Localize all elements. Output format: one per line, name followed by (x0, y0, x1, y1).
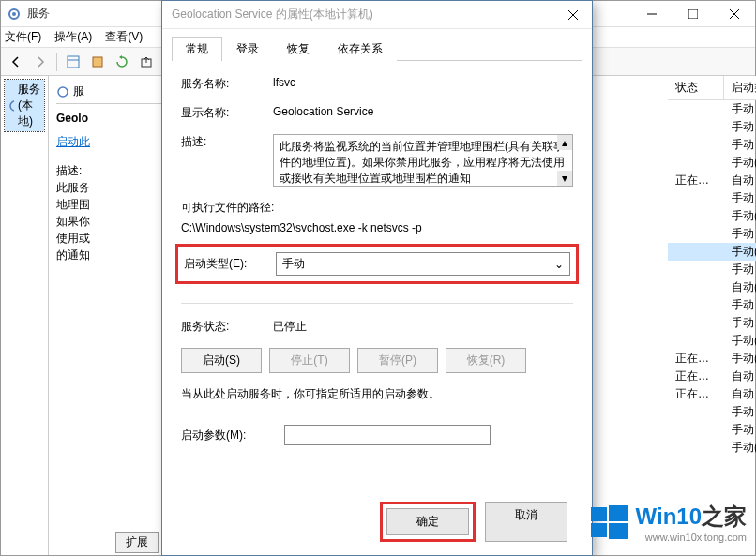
list-item[interactable]: 自动(延迟… (668, 278, 756, 296)
cell-startup: 手动 (724, 403, 756, 421)
maximize-button[interactable] (673, 1, 714, 27)
cancel-button[interactable]: 取消 (485, 502, 567, 542)
watermark-main: Win10 (636, 503, 702, 529)
cell-status (668, 403, 724, 421)
dialog-close-button[interactable] (554, 1, 592, 29)
cell-startup: 自动 (724, 385, 756, 403)
tree-root-label: 服务(本地) (18, 82, 40, 129)
minimize-button[interactable] (631, 1, 673, 27)
forward-button[interactable] (29, 51, 52, 73)
gear-icon (8, 99, 14, 113)
bottom-tab-extended[interactable]: 扩展 (115, 532, 159, 553)
list-item[interactable]: 正在…手动(触发… (668, 350, 756, 368)
menu-view[interactable]: 查看(V) (105, 29, 143, 45)
cell-status: 正在… (668, 385, 724, 403)
cell-status (668, 100, 724, 118)
tab-dependencies[interactable]: 依存关系 (324, 37, 397, 61)
refresh-icon[interactable] (111, 51, 133, 73)
svg-rect-8 (93, 57, 102, 67)
ok-button[interactable]: 确定 (386, 508, 469, 535)
resume-button: 恢复(R) (446, 348, 526, 373)
close-button[interactable] (714, 1, 755, 27)
list-item[interactable]: 手动 (668, 118, 756, 136)
svg-point-12 (10, 101, 14, 111)
svg-rect-19 (609, 523, 628, 539)
start-params-input[interactable] (284, 425, 491, 445)
cell-status (668, 296, 724, 314)
list-item[interactable]: 手动(触发… (668, 154, 756, 172)
cell-startup: 自动 (724, 172, 756, 189)
cell-startup: 手动 (724, 225, 756, 243)
chevron-down-icon: ⌄ (554, 258, 564, 271)
list-item[interactable]: 手动 (668, 100, 756, 118)
cell-startup: 手动 (724, 118, 756, 136)
column-status[interactable]: 状态 (668, 76, 724, 99)
properties-icon[interactable] (86, 51, 109, 73)
list-item[interactable]: 正在…自动 (668, 368, 756, 385)
cell-status (668, 439, 724, 457)
svg-point-13 (58, 87, 68, 97)
tree-root-item[interactable]: 服务(本地) (5, 80, 44, 131)
list-item[interactable]: 手动 (668, 314, 756, 332)
gear-icon (7, 7, 22, 22)
svg-rect-3 (688, 9, 698, 19)
services-list: 状态 启动类型 手动手动手动手动(触发…正在…自动手动手动(触发…手动手动(触发… (668, 76, 756, 555)
list-item[interactable]: 手动 (668, 421, 756, 439)
back-button[interactable] (5, 51, 27, 73)
tab-recovery[interactable]: 恢复 (273, 37, 324, 61)
service-name-label: 服务名称: (181, 76, 273, 92)
cell-status: 正在… (668, 368, 724, 385)
cell-startup: 手动(触发… (724, 154, 756, 172)
tab-logon[interactable]: 登录 (222, 37, 273, 61)
start-params-label: 启动参数(M): (181, 428, 284, 443)
list-item[interactable]: 手动 (668, 261, 756, 278)
startup-type-select[interactable]: 手动 ⌄ (276, 252, 570, 276)
detail-view-icon[interactable] (62, 51, 84, 73)
dialog-title: Geolocation Service 的属性(本地计算机) (162, 1, 592, 29)
menu-operation[interactable]: 操作(A) (54, 29, 92, 45)
detail-panel-title: 服 (73, 83, 84, 99)
menu-file[interactable]: 文件(F) (5, 29, 41, 45)
cell-startup: 手动 (724, 296, 756, 314)
list-item[interactable]: 手动 (668, 403, 756, 421)
list-item[interactable]: 手动 (668, 189, 756, 207)
start-button[interactable]: 启动(S) (181, 348, 262, 373)
column-startup[interactable]: 启动类型 (724, 76, 756, 99)
windows-logo-icon (591, 503, 628, 541)
start-params-note: 当从此处启动服务时，你可指定所适用的启动参数。 (181, 386, 573, 402)
list-item[interactable]: 正在…自动 (668, 385, 756, 403)
scroll-up-icon[interactable]: ▴ (557, 135, 572, 150)
list-item[interactable]: 手动 (668, 136, 756, 154)
svg-rect-17 (609, 505, 628, 521)
list-item[interactable]: 手动(触发… (668, 243, 756, 261)
watermark: Win10之家 www.win10xitong.com (591, 502, 747, 543)
list-item[interactable]: 手动 (668, 225, 756, 243)
exe-path-label: 可执行文件的路径: (181, 200, 573, 216)
list-item[interactable]: 手动(触发… (668, 207, 756, 225)
watermark-suffix: 之家 (702, 503, 747, 529)
description-text: 此服务将监视系统的当前位置并管理地理围栏(具有关联事件的地理位置)。如果你禁用此… (280, 140, 565, 185)
list-item[interactable]: 正在…自动 (668, 172, 756, 189)
cell-startup: 手动 (724, 189, 756, 207)
list-item[interactable]: 手动(触发… (668, 439, 756, 457)
service-status-value: 已停止 (273, 319, 573, 335)
watermark-url: www.win10xitong.com (636, 532, 747, 543)
list-item[interactable]: 手动(触发… (668, 332, 756, 350)
cell-status (668, 332, 724, 350)
cell-status (668, 278, 724, 296)
svg-rect-6 (68, 56, 79, 68)
cell-status (668, 154, 724, 172)
cell-startup: 手动 (724, 421, 756, 439)
cell-status (668, 421, 724, 439)
svg-rect-18 (591, 523, 607, 537)
list-item[interactable]: 手动 (668, 296, 756, 314)
display-name-value: Geolocation Service (273, 105, 573, 118)
cell-status: 正在… (668, 350, 724, 368)
cell-startup: 手动(触发… (724, 439, 756, 457)
cell-status (668, 118, 724, 136)
tab-general[interactable]: 常规 (172, 37, 222, 61)
service-name-value: lfsvc (273, 76, 573, 89)
export-icon[interactable] (135, 51, 158, 73)
stop-button: 停止(T) (269, 348, 350, 373)
scroll-down-icon[interactable]: ▾ (557, 171, 572, 186)
